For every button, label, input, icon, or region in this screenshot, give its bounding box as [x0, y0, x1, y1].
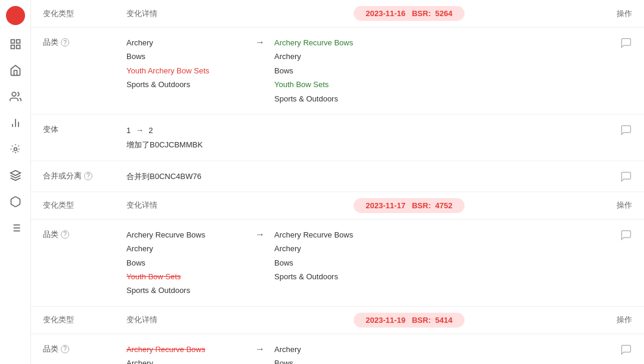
section4-category-before: Archery Recurve Bows Archery Bows [126, 343, 246, 364]
svg-rect-0 [11, 40, 14, 44]
variant-detail: 1 → 2 增加了B0CJCBMMBK [126, 123, 246, 152]
section4-category-action[interactable] [572, 343, 632, 356]
sidebar [0, 0, 31, 364]
section3-action-label: 操作 [572, 200, 632, 211]
section4-bsr-date: 2023-11-19 [366, 316, 405, 325]
svg-marker-9 [10, 171, 20, 175]
section1-category-action[interactable] [572, 36, 632, 49]
section4-category-change: → Archery Bows Archery Longbows [246, 343, 572, 364]
app-layout: 变化类型 变化详情 2023-11-16 BSR: 5264 操作 品类 ? A… [0, 0, 644, 364]
merge-help-icon[interactable]: ? [84, 172, 92, 180]
sidebar-item-list[interactable] [4, 216, 27, 240]
section4-bsr-badge: 2023-11-19 BSR: 5414 [354, 313, 464, 328]
section3-change-detail-label: 变化详情 [126, 200, 246, 211]
merge-detail: 合并到B0CNC4BW76 [126, 169, 246, 183]
section3-bsr-badge: 2023-11-17 BSR: 4752 [354, 198, 464, 213]
merge-text: 合并到B0CNC4BW76 [126, 172, 202, 181]
sidebar-item-grid[interactable] [4, 32, 27, 56]
arrow-icon: → [246, 36, 274, 49]
section1-change-detail-label: 变化详情 [126, 8, 246, 19]
section1-category-row: 品类 ? Archery Bows Youth Archery Bow Sets… [31, 27, 644, 115]
svg-rect-2 [11, 45, 14, 49]
section3-header: 变化类型 变化详情 2023-11-17 BSR: 4752 操作 [31, 192, 644, 220]
sidebar-item-settings[interactable] [4, 137, 27, 161]
section4-category-after: Archery Bows Archery Longbows [274, 343, 339, 364]
merge-action[interactable] [572, 169, 632, 183]
merge-label: 合并或分离 ? [43, 169, 126, 181]
variant-action[interactable] [572, 123, 632, 136]
section3-category-label: 品类 ? [43, 228, 126, 240]
svg-point-8 [14, 148, 17, 151]
section4-change-detail-label: 变化详情 [126, 314, 246, 325]
section4-category-help-icon[interactable]: ? [61, 345, 69, 353]
section1-bsr-date: 2023-11-16 [366, 9, 405, 18]
section3-arrow-icon: → [246, 228, 274, 241]
section1-category-label: 品类 ? [43, 36, 126, 48]
section1-header: 变化类型 变化详情 2023-11-16 BSR: 5264 操作 [31, 0, 644, 27]
variant-arrow-icon: → [135, 123, 144, 138]
section4-arrow-icon: → [246, 343, 274, 356]
section3-bsr-label: BSR: [412, 201, 431, 210]
section3-category-change: → Archery Recurve Bows Archery Bows Spor… [246, 228, 572, 284]
section1-action-label: 操作 [572, 8, 632, 19]
archery-recurve-bows-strikethrough: Archery Recurve Bows [126, 343, 246, 356]
section1-bsr-badge: 2023-11-16 BSR: 5264 [354, 6, 464, 21]
section4-category-label: 品类 ? [43, 343, 126, 354]
section3-category-after: Archery Recurve Bows Archery Bows Sports… [274, 228, 353, 284]
section4-change-type-label: 变化类型 [43, 314, 126, 325]
svg-rect-3 [16, 45, 20, 49]
section3-category-help-icon[interactable]: ? [61, 230, 69, 239]
category-help-icon[interactable]: ? [61, 38, 69, 47]
svg-rect-1 [16, 40, 20, 44]
sidebar-item-layers[interactable] [4, 164, 27, 187]
main-content: 变化类型 变化详情 2023-11-16 BSR: 5264 操作 品类 ? A… [31, 0, 644, 364]
section3-bsr-value: 4752 [435, 201, 453, 210]
sidebar-item-chart[interactable] [4, 111, 27, 135]
section4-bsr-value: 5414 [435, 316, 453, 325]
section1-bsr-value: 5264 [435, 9, 453, 18]
section4-header: 变化类型 变化详情 2023-11-19 BSR: 5414 操作 [31, 307, 644, 334]
variant-added-text: 增加了B0CJCBMMBK [126, 138, 246, 152]
section4-action-label: 操作 [572, 314, 632, 325]
section3-category-row: 品类 ? Archery Recurve Bows Archery Bows Y… [31, 220, 644, 307]
section1-category-before: Archery Bows Youth Archery Bow Sets Spor… [126, 36, 246, 92]
sidebar-item-users[interactable] [4, 85, 27, 109]
section1-change-type-label: 变化类型 [43, 8, 126, 19]
youth-bow-sets-strikethrough: Youth Bow Sets [126, 270, 246, 283]
variant-label: 变体 [43, 123, 126, 135]
section3-category-action[interactable] [572, 228, 632, 241]
section3-change-type-label: 变化类型 [43, 200, 126, 211]
section3-bsr-date: 2023-11-17 [366, 201, 405, 210]
section3-category-before: Archery Recurve Bows Archery Bows Youth … [126, 228, 246, 298]
merge-row: 合并或分离 ? 合并到B0CNC4BW76 [31, 161, 644, 192]
youth-archery-bow-sets-text: Youth Archery Bow Sets [126, 64, 246, 78]
sidebar-logo [6, 6, 25, 25]
sidebar-item-home[interactable] [4, 58, 27, 82]
variant-before-count: 1 [126, 124, 131, 137]
section4-category-row: 品类 ? Archery Recurve Bows Archery Bows →… [31, 334, 644, 364]
variant-after-count: 2 [148, 124, 153, 137]
svg-point-4 [12, 92, 16, 97]
section1-category-change: → Archery Recurve Bows Archery Bows Yout… [246, 36, 572, 106]
variant-row: 变体 1 → 2 增加了B0CJCBMMBK [31, 115, 644, 161]
section1-bsr-label: BSR: [412, 9, 431, 18]
section4-bsr-label: BSR: [412, 316, 431, 325]
sidebar-item-box[interactable] [4, 190, 27, 214]
section1-category-after: Archery Recurve Bows Archery Bows Youth … [274, 36, 353, 106]
